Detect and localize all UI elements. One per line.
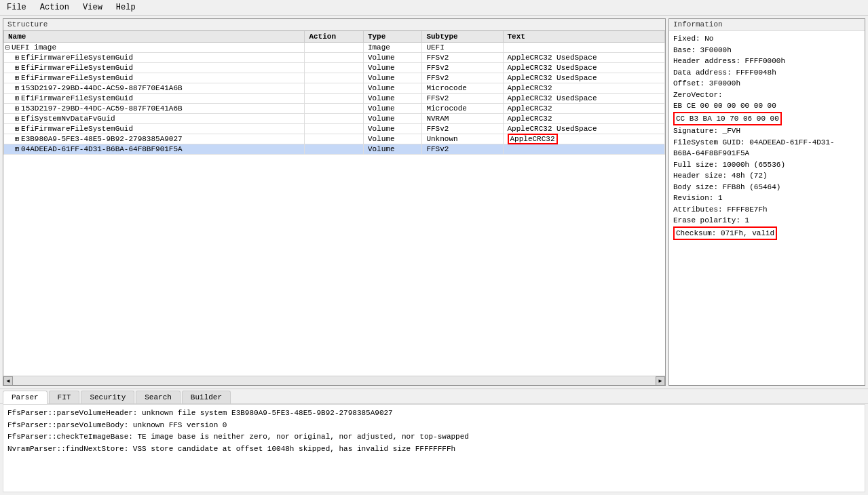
row-text: AppleCRC32 <box>503 114 665 124</box>
row-action <box>305 114 364 124</box>
expand-icon[interactable]: ⊞ <box>15 64 19 72</box>
info-content: Fixed: NoBase: 3F0000hHeader address: FF… <box>669 31 865 385</box>
info-line: Checksum: 071Fh, valid <box>673 226 861 241</box>
tab-fit[interactable]: FIT <box>49 391 80 403</box>
menu-view[interactable]: View <box>79 1 107 14</box>
scroll-right-button[interactable]: ▶ <box>656 376 665 386</box>
info-line: Header address: FFFF0000h <box>673 56 861 67</box>
row-text: AppleCRC32 <box>503 134 665 144</box>
structure-panel: Structure Name Action Type Subtype Text … <box>3 18 666 386</box>
structure-title: Structure <box>3 19 665 31</box>
expand-icon[interactable]: ⊞ <box>15 85 19 92</box>
scroll-track[interactable] <box>13 376 656 385</box>
row-subtype: FFSv2 <box>422 53 503 63</box>
info-panel: Information Fixed: NoBase: 3F0000hHeader… <box>668 18 865 386</box>
horizontal-scrollbar[interactable]: ◀ ▶ <box>3 376 665 385</box>
row-type: Volume <box>363 73 422 83</box>
row-subtype: FFSv2 <box>422 94 503 104</box>
col-name: Name <box>4 31 305 43</box>
row-text: AppleCRC32 UsedSpace <box>503 94 665 104</box>
table-row[interactable]: ⊞E3B980A9-5FE3-48E5-9B92-2798385A9027Vol… <box>4 134 665 144</box>
row-text: AppleCRC32 UsedSpace <box>503 63 665 73</box>
info-line: Base: 3F0000h <box>673 45 861 56</box>
row-subtype: FFSv2 <box>422 124 503 134</box>
expand-icon[interactable]: ⊞ <box>15 136 19 143</box>
main-area: Structure Name Action Type Subtype Text … <box>0 16 868 389</box>
info-line: Offset: 3F0000h <box>673 78 861 90</box>
row-subtype: UEFI <box>422 43 503 53</box>
log-line: FfsParser::parseVolumeBody: unknown FFS … <box>7 420 861 432</box>
row-subtype: Microcode <box>422 83 503 94</box>
table-row[interactable]: ⊞EfiFirmwareFileSystemGuidVolumeFFSv2App… <box>4 94 665 104</box>
tab-parser[interactable]: Parser <box>3 391 48 404</box>
table-row[interactable]: ⊞EfiFirmwareFileSystemGuidVolumeFFSv2App… <box>4 124 665 134</box>
table-row[interactable]: ⊞EfiFirmwareFileSystemGuidVolumeFFSv2App… <box>4 53 665 63</box>
row-name-label: EfiFirmwareFileSystemGuid <box>21 125 133 133</box>
col-text: Text <box>503 31 665 43</box>
expand-icon[interactable]: ⊞ <box>15 115 19 123</box>
table-row[interactable]: ⊞EfiSystemNvDataFvGuidVolumeNVRAMAppleCR… <box>4 114 665 124</box>
expand-icon[interactable]: ⊞ <box>15 125 19 133</box>
expand-icon[interactable]: ⊞ <box>15 146 19 153</box>
table-row[interactable]: ⊞04ADEEAD-61FF-4D31-B6BA-64F8BF901F5AVol… <box>4 144 665 155</box>
row-type: Volume <box>363 94 422 104</box>
row-name-label: UEFI image <box>12 43 56 52</box>
table-row[interactable]: ⊟UEFI imageImageUEFI <box>4 43 665 53</box>
tree-table[interactable]: Name Action Type Subtype Text ⊟UEFI imag… <box>3 31 665 376</box>
expand-icon[interactable]: ⊞ <box>15 75 19 82</box>
row-subtype: FFSv2 <box>422 73 503 83</box>
info-line: Revision: 1 <box>673 193 861 204</box>
row-type: Volume <box>363 124 422 134</box>
row-type: Volume <box>363 114 422 124</box>
menu-file[interactable]: File <box>3 1 31 14</box>
expand-icon[interactable]: ⊞ <box>15 105 19 113</box>
info-line: Header size: 48h (72) <box>673 170 861 182</box>
row-action <box>305 144 364 155</box>
expand-icon[interactable]: ⊞ <box>15 54 19 62</box>
row-action <box>305 63 364 73</box>
row-action <box>305 134 364 144</box>
menu-action[interactable]: Action <box>36 1 73 14</box>
table-row[interactable]: ⊞EfiFirmwareFileSystemGuidVolumeFFSv2App… <box>4 73 665 83</box>
row-subtype: Unknown <box>422 134 503 144</box>
col-type: Type <box>363 31 422 43</box>
info-line: EB CE 00 00 00 00 00 00 <box>673 100 861 112</box>
row-subtype: FFSv2 <box>422 144 503 155</box>
info-title: Information <box>669 19 865 31</box>
menubar: File Action View Help <box>0 0 868 16</box>
info-line: CC B3 BA 10 70 06 00 00 <box>673 112 861 126</box>
table-row[interactable]: ⊞153D2197-29BD-44DC-AC59-887F70E41A6BVol… <box>4 104 665 114</box>
info-line: B6BA-64F8BF901F5A <box>673 148 861 159</box>
row-action <box>305 73 364 83</box>
row-name-label: EfiFirmwareFileSystemGuid <box>21 74 133 82</box>
scroll-left-button[interactable]: ◀ <box>3 376 13 386</box>
info-line: Attributes: FFFF8E7Fh <box>673 204 861 216</box>
row-action <box>305 124 364 134</box>
row-action <box>305 53 364 63</box>
row-text <box>503 43 665 53</box>
table-row[interactable]: ⊞EfiFirmwareFileSystemGuidVolumeFFSv2App… <box>4 63 665 73</box>
row-name-label: EfiFirmwareFileSystemGuid <box>21 54 133 62</box>
tab-builder[interactable]: Builder <box>182 391 231 403</box>
log-line: FfsParser::checkTeImageBase: TE image ba… <box>7 431 861 443</box>
table-row[interactable]: ⊞153D2197-29BD-44DC-AC59-887F70E41A6BVol… <box>4 83 665 94</box>
info-line: Erase polarity: 1 <box>673 215 861 226</box>
info-line: Fixed: No <box>673 33 861 45</box>
info-line: Full size: 10000h (65536) <box>673 159 861 171</box>
expand-icon[interactable]: ⊟ <box>5 44 10 52</box>
tab-search[interactable]: Search <box>136 391 181 403</box>
log-line: NvramParser::findNextStore: VSS store ca… <box>7 443 861 456</box>
row-name-label: EfiFirmwareFileSystemGuid <box>21 94 133 102</box>
info-line: Signature: _FVH <box>673 125 861 137</box>
row-text: AppleCRC32 UsedSpace <box>503 124 665 134</box>
tab-security[interactable]: Security <box>81 391 134 403</box>
row-text: AppleCRC32 UsedSpace <box>503 53 665 63</box>
row-type: Image <box>363 43 422 53</box>
col-subtype: Subtype <box>422 31 503 43</box>
col-action: Action <box>305 31 364 43</box>
menu-help[interactable]: Help <box>112 1 140 14</box>
expand-icon[interactable]: ⊞ <box>15 95 19 102</box>
info-line: ZeroVector: <box>673 90 861 101</box>
info-line: FileSystem GUID: 04ADEEAD-61FF-4D31- <box>673 137 861 148</box>
bottom-area: ParserFITSecuritySearchBuilder FfsParser… <box>0 389 868 495</box>
